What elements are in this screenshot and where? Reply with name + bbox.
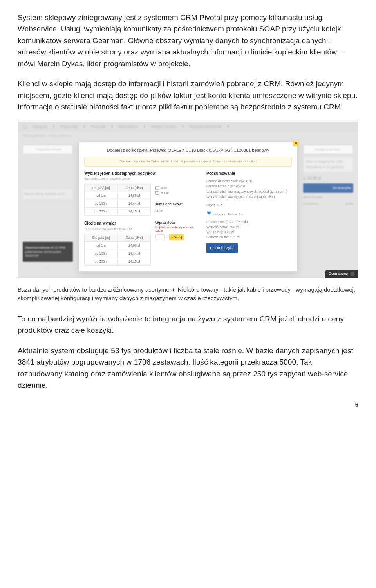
th-price: Cena (zł/m) <box>118 184 151 192</box>
hint-title: Wpisz ilość <box>155 220 202 225</box>
summary-line: Wartość odcinków magazynowych: 0,00 zł (… <box>206 189 292 194</box>
net-line: Wartość netto: 0,00 zł <box>206 225 292 230</box>
drum-label: Kaucja za bębny: 0 zł <box>213 212 243 216</box>
summary-line: Łączna liczba odcinków: 0 <box>206 184 292 189</box>
embedded-screenshot: Kategorie ▾ Producenci ▾ Promocje ▾ Wypr… <box>18 122 358 278</box>
th-length: Długość [m] <box>85 184 118 192</box>
left-sidebar: ‹ Poprzedni produkt Klienci, którzy kupi… <box>20 142 75 274</box>
ship-label: Wysyłamy w 24 godziny <box>306 165 351 170</box>
add-to-cart-button[interactable]: Do koszyka <box>303 183 353 193</box>
paragraph-1: System sklepowy zintegrowany jest z syst… <box>18 12 358 69</box>
modal-title: Dodajesz do koszyka: Przewód OLFLEX C110… <box>84 147 292 154</box>
table-row: od 1m14,88 zł <box>85 192 151 200</box>
modal-add-to-cart-button[interactable]: Do koszyka <box>206 243 238 253</box>
nav-item[interactable]: Wiedza i porady <box>151 124 177 130</box>
right-sidebar: Następny produkt › Stan w magazynie: 540… <box>301 142 356 274</box>
cart-icon <box>210 247 213 249</box>
table-row: od 300m14,15 zł <box>85 258 151 265</box>
search-icon[interactable] <box>23 125 27 129</box>
summary-line: Wartość odcinków ciętych: 0,00 zł (14,88… <box>206 194 292 200</box>
gross-line: Wartość brutto: 0,00 zł <box>206 235 292 240</box>
modal-info: Wybierz dogodne dla Ciebie odcinki lub d… <box>84 157 292 166</box>
summary-line: Łączna długość odcinków: 0 m <box>206 179 292 184</box>
section-subtitle: Bez dodatkowych kosztów cięcia <box>84 176 202 181</box>
length-input[interactable] <box>155 234 165 240</box>
vat-line: VAT (23%): 0,00 zł <box>206 230 292 235</box>
also-bought-label: Klienci, którzy kupili ten prod… <box>23 189 73 199</box>
contact-link[interactable]: ij handlowca <box>303 202 318 206</box>
table-row: od 100m14,44 zł <box>85 250 151 258</box>
rate-widget[interactable]: Oceń stronę <box>325 270 358 278</box>
price-label: s: 14,88 zł <box>303 175 353 181</box>
nav-item[interactable]: Promocje <box>91 124 106 130</box>
smiley-icon <box>350 272 355 276</box>
nav-item[interactable]: Producenci <box>60 124 78 130</box>
also-bought-item[interactable]: Dławnica kablowa M 12 IP68 poliamidowa c… <box>23 242 73 262</box>
figure-caption: Baza danych produktów to bardzo zróżnico… <box>18 285 358 303</box>
sum-label: Suma odcinków: <box>155 201 183 207</box>
loading-spinner-icon: ◌ <box>23 265 73 272</box>
nav-item[interactable]: Wyprzedaże <box>119 124 138 130</box>
cut-title: Cięcie na wymiar <box>84 220 151 227</box>
stock-label: Stan w magazynie: 540 <box>306 159 351 165</box>
cut-cost: Cięcie: 0 zł <box>206 203 292 208</box>
price-table-cut: Długość [m] Cena (zł/m) od 1m14,88 zł od… <box>84 234 151 266</box>
prev-product-button[interactable]: ‹ Poprzedni produkt <box>23 145 73 154</box>
summary-header: Podsumowanie <box>206 171 292 177</box>
add-length-button[interactable]: + Dodaj <box>169 234 184 240</box>
nav-item[interactable]: Wsparcie techniczne <box>189 124 222 130</box>
page-number: 6 <box>18 400 358 409</box>
fav-link[interactable]: daj do schowka <box>303 195 322 200</box>
paragraph-4: Aktualnie system obsługuje 53 tys produk… <box>18 345 358 391</box>
sum-value: 540m <box>155 209 183 214</box>
table-row: od 1m14,88 zł <box>85 242 151 250</box>
paragraph-2: Klienci w sklepie mają dostęp do informa… <box>18 78 358 113</box>
close-icon[interactable]: × <box>293 141 299 146</box>
order-summary-header: Podsumowanie zamówienia: <box>206 220 292 225</box>
print-link[interactable]: Drukuj <box>345 202 353 206</box>
add-to-cart-modal: × Dodajesz do koszyka: Przewód OLFLEX C1… <box>78 142 298 272</box>
table-row: od 100m14,44 zł <box>85 200 151 208</box>
drum-radio[interactable] <box>207 211 211 214</box>
next-product-button[interactable]: Następny produkt › <box>303 145 353 154</box>
breadcrumb[interactable]: Strona główna › Kable i przewo… <box>18 132 358 140</box>
hint-max: Najdłuższy dostępny odcinek: 500m <box>155 225 202 233</box>
nav-item[interactable]: Kategorie <box>32 124 47 130</box>
table-row: od 300m14,15 zł <box>85 208 151 216</box>
price-table-stock: Długość [m] Cena (zł/m) od 1m14,88 zł od… <box>84 184 151 216</box>
length-checkbox-40[interactable] <box>155 186 159 190</box>
cut-subtitle: Tylko 0,00 zł za dowolną ilość cięć <box>84 227 151 231</box>
paragraph-3: To co najbardziej wyróżnia wdrożenie to … <box>18 313 358 336</box>
length-checkbox-500[interactable] <box>155 191 159 195</box>
shop-nav: Kategorie ▾ Producenci ▾ Promocje ▾ Wypr… <box>18 122 358 132</box>
section-title: Wybierz jeden z dostępnych odcinków <box>84 171 202 177</box>
